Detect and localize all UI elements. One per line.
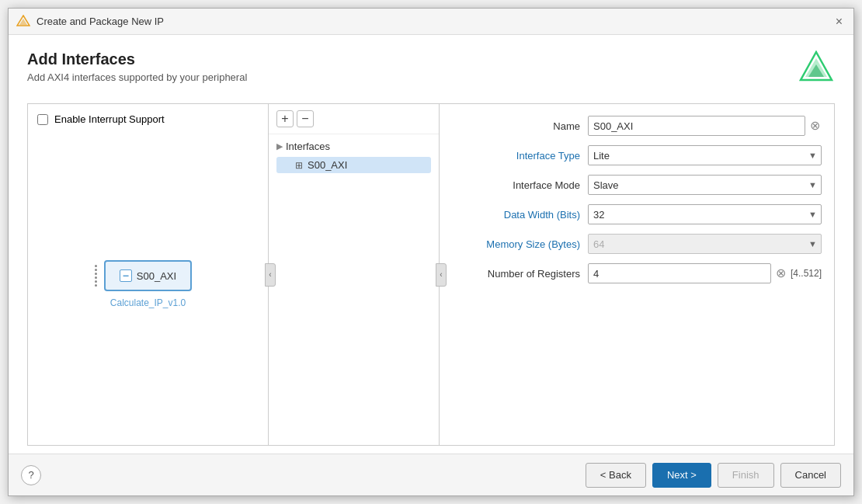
title-bar-left: Create and Package New IP	[16, 15, 164, 29]
num-registers-input[interactable]	[588, 263, 771, 283]
memory-size-select-wrapper: 64 ▼	[588, 234, 822, 254]
interface-type-select-wrapper: Lite Full Stream ▼	[588, 145, 822, 165]
data-width-select-wrapper: 32 64 128 ▼	[588, 204, 822, 224]
title-bar: Create and Package New IP ×	[9, 9, 853, 35]
interface-mode-select-wrapper: Slave Master ▼	[588, 175, 822, 195]
num-registers-range-hint: [4..512]	[791, 268, 822, 279]
header-section: Add Interfaces Add AXI4 interfaces suppo…	[27, 50, 835, 88]
minus-icon: −	[120, 269, 132, 282]
back-button[interactable]: < Back	[586, 463, 646, 488]
data-width-select-group: 32 64 128 ▼	[588, 204, 822, 224]
num-registers-label: Number of Registers	[452, 268, 580, 280]
interface-mode-field-row: Interface Mode Slave Master ▼	[452, 174, 822, 196]
cancel-button[interactable]: Cancel	[780, 463, 841, 488]
dialog: Create and Package New IP × Add Interfac…	[8, 8, 854, 496]
interrupt-support-row: Enable Interrupt Support	[37, 113, 259, 125]
next-button[interactable]: Next >	[652, 463, 711, 488]
page-subtitle: Add AXI4 interfaces supported by your pe…	[27, 71, 247, 83]
add-interface-button[interactable]: +	[276, 110, 294, 127]
memory-size-label: Memory Size (Bytes)	[452, 238, 580, 250]
interfaces-toolbar: + −	[269, 104, 439, 134]
footer-right: < Back Next > Finish Cancel	[586, 463, 841, 488]
name-field-row: Name ⊗	[452, 115, 822, 137]
middle-panel-collapse-button[interactable]: ‹	[436, 263, 447, 287]
interfaces-tree: ▶ Interfaces ⊞ S00_AXI	[269, 134, 439, 445]
ip-diagram: − S00_AXI Calculate_IP_v1.0	[37, 133, 259, 436]
left-panel: Enable Interrupt Support − S00_AXI Calcu…	[28, 104, 269, 445]
close-button[interactable]: ×	[832, 14, 846, 30]
interrupt-support-checkbox[interactable]	[37, 114, 48, 125]
brand-logo-icon	[798, 50, 835, 88]
interface-mode-select-group: Slave Master ▼	[588, 175, 822, 195]
header-text: Add Interfaces Add AXI4 interfaces suppo…	[27, 50, 247, 83]
interface-type-select-group: Lite Full Stream ▼	[588, 145, 822, 165]
interface-type-field-row: Interface Type Lite Full Stream ▼	[452, 144, 822, 166]
ip-block-label: S00_AXI	[137, 270, 176, 282]
interrupt-support-label: Enable Interrupt Support	[54, 113, 165, 125]
remove-interface-button[interactable]: −	[297, 110, 314, 127]
right-panel: Name ⊗ Interface Type Lite Full	[440, 104, 834, 445]
footer-left: ?	[21, 465, 41, 485]
interface-item-label: S00_AXI	[308, 159, 347, 171]
memory-size-select-group: 64 ▼	[588, 234, 822, 254]
interface-mode-label: Interface Mode	[452, 179, 580, 191]
interface-icon: ⊞	[295, 160, 303, 171]
folder-icon: ▶	[276, 141, 283, 151]
name-input[interactable]	[588, 116, 805, 136]
interfaces-tree-root: ▶ Interfaces	[276, 141, 431, 152]
drag-handle-icon	[95, 265, 97, 287]
left-panel-collapse-button[interactable]: ‹	[265, 263, 276, 287]
name-input-group: ⊗	[588, 116, 822, 136]
memory-size-field-row: Memory Size (Bytes) 64 ▼	[452, 233, 822, 255]
interface-type-select[interactable]: Lite Full Stream	[588, 145, 822, 165]
ip-block: − S00_AXI	[104, 260, 192, 291]
num-registers-clear-button[interactable]: ⊗	[774, 267, 787, 280]
memory-size-select: 64	[588, 234, 822, 254]
dialog-title: Create and Package New IP	[36, 16, 164, 27]
num-registers-field-row: Number of Registers ⊗ [4..512]	[452, 262, 822, 284]
page-title: Add Interfaces	[27, 50, 247, 68]
data-width-select[interactable]: 32 64 128	[588, 204, 822, 224]
main-area: Enable Interrupt Support − S00_AXI Calcu…	[27, 103, 835, 446]
interfaces-root-label: Interfaces	[286, 141, 330, 152]
data-width-field-row: Data Width (Bits) 32 64 128 ▼	[452, 203, 822, 225]
ip-name-label: Calculate_IP_v1.0	[110, 297, 186, 308]
name-label: Name	[452, 120, 580, 132]
name-clear-button[interactable]: ⊗	[808, 120, 822, 132]
app-logo-icon	[16, 15, 30, 29]
num-registers-input-group: ⊗ [4..512]	[588, 263, 822, 283]
finish-button[interactable]: Finish	[718, 463, 774, 488]
interface-type-label: Interface Type	[452, 150, 580, 162]
content-area: Add Interfaces Add AXI4 interfaces suppo…	[9, 35, 853, 454]
data-width-label: Data Width (Bits)	[452, 209, 580, 221]
footer: ? < Back Next > Finish Cancel	[9, 454, 853, 495]
interface-mode-select[interactable]: Slave Master	[588, 175, 822, 195]
middle-panel: + − ▶ Interfaces ⊞ S00_AXI ‹	[269, 104, 440, 445]
help-button[interactable]: ?	[21, 465, 41, 485]
interface-tree-item[interactable]: ⊞ S00_AXI	[276, 157, 431, 173]
